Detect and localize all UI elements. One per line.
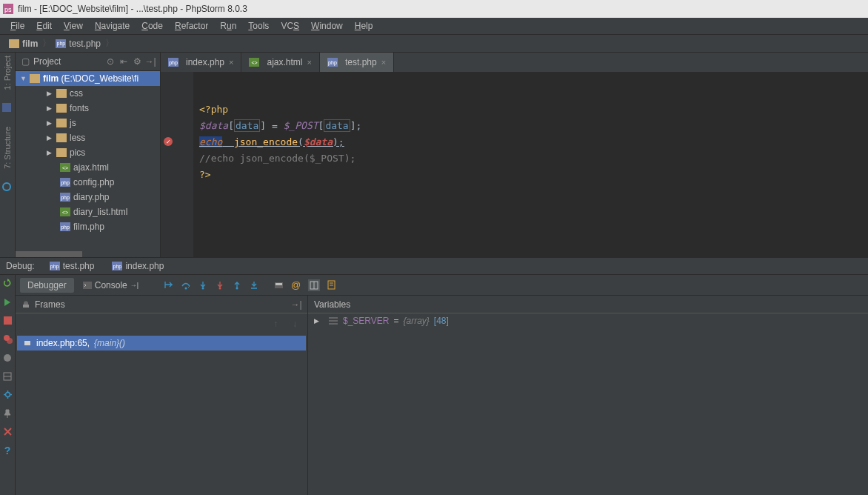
svg-rect-26 — [24, 341, 30, 345]
tree-file[interactable]: phpconfig.php — [16, 175, 160, 190]
resume-icon[interactable] — [2, 296, 13, 308]
project-tree[interactable]: ▼ film (E:\DOC_Website\fi ▶css ▶fonts ▶j… — [16, 71, 160, 251]
breadcrumb-file[interactable]: php test.php — [53, 39, 104, 49]
window-title: film - [E:\DOC_Website\film] - ...\test.… — [18, 4, 247, 14]
menu-view[interactable]: View — [58, 19, 89, 33]
layout-icon[interactable] — [2, 371, 13, 382]
debug-label: Debug: — [6, 261, 35, 271]
tree-folder[interactable]: ▶less — [16, 130, 160, 145]
menu-help[interactable]: Help — [349, 19, 379, 33]
menu-file[interactable]: File — [4, 19, 30, 33]
menu-vcs[interactable]: VCS — [275, 19, 305, 33]
menu-navigate[interactable]: Navigate — [89, 19, 136, 33]
show-exec-icon[interactable] — [164, 280, 173, 290]
frame-row[interactable]: index.php:65, {main}() — [17, 336, 306, 351]
tree-file[interactable]: <>ajax.html — [16, 160, 160, 175]
project-header-label: Project — [33, 56, 102, 67]
rail-structure-icon[interactable] — [2, 182, 13, 193]
svg-rect-24 — [24, 302, 28, 305]
editor-area: php index.php × <> ajax.html × php test.… — [161, 53, 868, 257]
select-opened-icon[interactable]: ⊙ — [105, 56, 116, 67]
hide-icon[interactable]: →| — [145, 56, 156, 67]
close-icon[interactable]: × — [307, 58, 312, 67]
error-marker-icon[interactable]: ✓ — [164, 137, 173, 146]
arrow-down-icon: ▼ — [20, 75, 27, 82]
force-step-into-icon[interactable] — [216, 280, 225, 290]
arrow-right-icon[interactable]: ▶ — [314, 317, 319, 325]
project-view-icon[interactable]: ▢ — [20, 56, 30, 67]
arrow-right-icon: ▶ — [47, 104, 52, 112]
tab-ajax[interactable]: <> ajax.html × — [241, 53, 319, 72]
step-into-icon[interactable] — [198, 280, 208, 290]
horizontal-scrollbar[interactable] — [16, 251, 160, 257]
step-out-icon[interactable] — [233, 280, 242, 290]
rail-db-icon[interactable] — [2, 103, 13, 113]
tree-file[interactable]: phpfilm.php — [16, 219, 160, 234]
tree-folder[interactable]: ▶js — [16, 116, 160, 130]
project-panel: ▢ Project ⊙ ⇤ ⚙ →| ▼ film (E:\DOC_Websit… — [16, 53, 161, 257]
run-to-cursor-icon[interactable] — [250, 280, 259, 290]
restore-layout-icon[interactable] — [308, 279, 320, 291]
tab-index[interactable]: php index.php × — [161, 53, 241, 72]
gear-icon[interactable]: ⚙ — [132, 56, 142, 67]
help-icon[interactable]: ? — [2, 445, 13, 456]
breakpoints-icon[interactable] — [2, 333, 13, 345]
debug-tab-index[interactable]: php index.php — [109, 261, 167, 271]
rail-project[interactable]: 1: Project — [3, 56, 12, 90]
code-area[interactable]: <?php $data[data] = $_POST[data]; echo j… — [193, 72, 868, 257]
breadcrumb-folder[interactable]: film — [6, 39, 41, 49]
php-icon: php — [50, 262, 60, 270]
out-icon: →| — [130, 282, 138, 289]
tab-test[interactable]: php test.php × — [320, 53, 394, 72]
breadcrumb: film 〉 php test.php 〉 — [0, 35, 868, 53]
mute-bp-icon[interactable] — [2, 352, 13, 363]
svg-rect-17 — [276, 283, 282, 285]
watch-icon[interactable]: @ — [291, 279, 301, 290]
settings-icon[interactable] — [2, 389, 13, 400]
php-icon: php — [112, 262, 122, 270]
gutter[interactable]: ✓ — [161, 72, 193, 257]
tree-file[interactable]: phpdiary.php — [16, 190, 160, 205]
menu-window[interactable]: Window — [305, 19, 349, 33]
tree-folder[interactable]: ▶css — [16, 86, 160, 101]
variable-row[interactable]: ▶ $_SERVER = {array} [48] — [308, 313, 868, 328]
php-icon: php — [60, 193, 70, 202]
tree-folder[interactable]: ▶fonts — [16, 101, 160, 116]
close-icon[interactable]: × — [381, 58, 386, 67]
arrow-down-icon[interactable]: ↓ — [290, 319, 300, 329]
rail-structure[interactable]: 7: Structure — [3, 127, 12, 169]
close-icon[interactable]: × — [229, 58, 233, 67]
menu-edit[interactable]: Edit — [30, 19, 58, 33]
var-icon — [328, 316, 338, 325]
step-over-icon[interactable] — [181, 280, 191, 290]
frame-icon — [23, 339, 32, 348]
chevron-right-icon: 〉 — [42, 37, 51, 50]
arrow-up-icon[interactable]: ↑ — [270, 319, 281, 329]
collapse-icon[interactable]: ⇤ — [118, 56, 129, 67]
tree-root[interactable]: ▼ film (E:\DOC_Website\fi — [16, 71, 160, 86]
tree-file[interactable]: <>diary_list.html — [16, 205, 160, 219]
stop-icon[interactable] — [2, 315, 13, 326]
debug-tab-test[interactable]: php test.php — [47, 261, 98, 271]
hide-icon[interactable]: →| — [291, 299, 301, 310]
svg-point-3 — [3, 183, 10, 190]
menu-refactor[interactable]: Refactor — [169, 19, 214, 33]
close-icon[interactable] — [2, 426, 13, 437]
pin-icon[interactable] — [2, 408, 13, 419]
debugger-tab[interactable]: Debugger — [20, 278, 74, 293]
svg-point-14 — [219, 288, 221, 290]
menu-tools[interactable]: Tools — [242, 19, 275, 33]
menu-code[interactable]: Code — [136, 19, 169, 33]
console-tab[interactable]: Console →| — [76, 278, 146, 293]
svg-rect-25 — [24, 301, 27, 302]
editor[interactable]: ✓ <?php $data[data] = $_POST[data]; echo… — [161, 72, 868, 257]
tree-folder[interactable]: ▶pics — [16, 145, 160, 160]
rerun-icon[interactable] — [2, 278, 13, 289]
arrow-right-icon: ▶ — [47, 90, 52, 97]
php-icon: php — [60, 222, 70, 231]
menu-run[interactable]: Run — [214, 19, 242, 33]
clipboard-icon[interactable] — [327, 280, 335, 290]
svg-point-6 — [7, 338, 13, 344]
folder-icon — [56, 89, 67, 98]
evaluate-icon[interactable] — [274, 281, 284, 290]
